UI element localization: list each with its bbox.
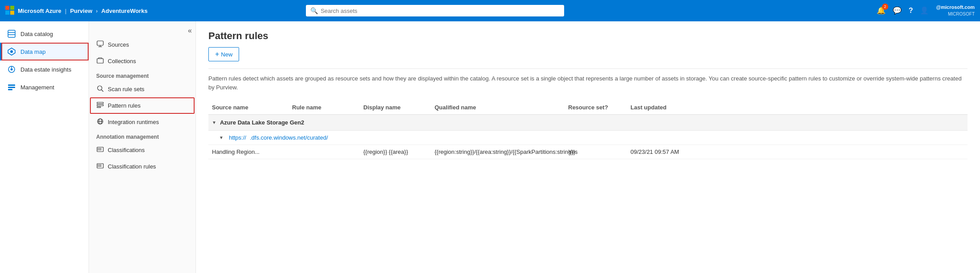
brand-text: Microsoft Azure xyxy=(18,8,61,14)
cell-display-name: {{region}} {{area}} xyxy=(360,149,431,155)
nav-label-classifications: Classifications xyxy=(108,147,145,153)
nav-item-integration-runtimes[interactable]: Integration runtimes xyxy=(89,114,195,130)
sidebar-item-data-map[interactable]: Data map xyxy=(0,43,89,60)
source-management-header: Source management xyxy=(89,69,195,81)
svg-point-10 xyxy=(11,68,13,71)
search-input[interactable] xyxy=(321,8,560,14)
nav-label-collections: Collections xyxy=(108,58,136,64)
svg-rect-27 xyxy=(97,147,103,152)
breadcrumb-chevron: › xyxy=(96,8,98,14)
collapse-btn[interactable]: « xyxy=(89,25,195,36)
sidebar-item-data-estate[interactable]: Data estate insights xyxy=(0,60,89,78)
nav-label-pattern-rules: Pattern rules xyxy=(108,102,141,109)
description-text: Pattern rules detect which assets are gr… xyxy=(208,68,968,92)
svg-rect-2 xyxy=(5,11,9,15)
pattern-rules-icon xyxy=(96,101,104,110)
page-title: Pattern rules xyxy=(208,30,968,42)
search-icon: 🔍 xyxy=(310,7,318,14)
nav-item-collections[interactable]: Collections xyxy=(89,53,195,69)
nav-label-sources: Sources xyxy=(108,41,129,48)
group-chevron-icon[interactable]: ▼ xyxy=(212,120,216,125)
content-area: Pattern rules + New Pattern rules detect… xyxy=(196,21,980,273)
topbar: Microsoft Azure | Purview › AdventureWor… xyxy=(0,0,980,21)
new-icon: + xyxy=(215,50,219,58)
svg-point-30 xyxy=(98,148,99,149)
data-catalog-icon xyxy=(7,29,16,38)
sidebar-item-data-catalog[interactable]: Data catalog xyxy=(0,25,89,43)
svg-rect-14 xyxy=(8,89,12,90)
nav-label-classification-rules: Classification rules xyxy=(108,163,156,170)
col-rule-name: Rule name xyxy=(289,104,360,111)
cell-rule-name xyxy=(289,149,360,155)
sidebar-item-management[interactable]: Management xyxy=(0,78,89,96)
directory-icon[interactable]: 👤 xyxy=(920,6,929,15)
feedback-icon[interactable]: 💬 xyxy=(893,6,902,15)
svg-rect-3 xyxy=(10,11,14,15)
search-box[interactable]: 🔍 xyxy=(306,5,564,16)
svg-rect-22 xyxy=(97,104,103,106)
svg-line-20 xyxy=(102,90,103,92)
nav-item-classification-rules[interactable]: Classification rules xyxy=(89,158,195,175)
product-name: Purview xyxy=(70,8,92,14)
nav-label-integration-runtimes: Integration runtimes xyxy=(108,119,159,125)
brand-logo xyxy=(5,6,14,16)
sub-group-qualified-link[interactable]: .dfs.core.windows.net/curated/ xyxy=(250,134,328,141)
svg-rect-12 xyxy=(8,84,15,86)
integration-runtimes-icon xyxy=(96,118,104,126)
classification-rules-icon xyxy=(96,162,104,171)
svg-point-8 xyxy=(10,50,13,53)
management-icon xyxy=(7,83,16,92)
nav-item-sources[interactable]: Sources xyxy=(89,36,195,53)
svg-rect-13 xyxy=(8,87,15,88)
sub-group-link[interactable]: https:// xyxy=(229,134,246,141)
svg-rect-1 xyxy=(10,6,14,10)
svg-point-19 xyxy=(98,86,102,90)
new-button[interactable]: + New xyxy=(208,47,239,61)
scan-rule-sets-icon xyxy=(96,85,104,93)
nav-item-classifications[interactable]: Classifications xyxy=(89,142,195,158)
svg-rect-23 xyxy=(97,107,101,108)
data-map-icon xyxy=(7,47,16,56)
main-layout: Data catalog Data map Data estate i xyxy=(0,21,980,273)
table-header: Source name Rule name Display name Quali… xyxy=(208,100,968,115)
col-last-updated: Last updated xyxy=(627,104,698,111)
svg-rect-15 xyxy=(97,41,103,45)
sidebar-label-management: Management xyxy=(20,84,54,91)
workspace-name: AdventureWorks xyxy=(102,8,148,14)
nav-label-scan-rule-sets: Scan rule sets xyxy=(108,86,144,92)
svg-rect-18 xyxy=(97,59,103,63)
nav-item-pattern-rules[interactable]: Pattern rules xyxy=(89,97,195,114)
sidebar-label-data-catalog: Data catalog xyxy=(20,31,53,37)
notifications-icon[interactable]: 🔔 2 xyxy=(877,6,886,15)
brand-section: Microsoft Azure | Purview › AdventureWor… xyxy=(5,6,147,16)
user-org: MICROSOFT xyxy=(936,11,975,17)
topbar-icons: 🔔 2 💬 ? 👤 @microsoft.com MICROSOFT xyxy=(877,4,975,17)
help-icon[interactable]: ? xyxy=(909,7,913,15)
sources-icon xyxy=(96,40,104,49)
data-estate-icon xyxy=(7,65,16,74)
sidebar-label-data-map: Data map xyxy=(20,48,45,55)
col-display-name: Display name xyxy=(360,104,431,111)
notification-badge: 2 xyxy=(882,4,888,10)
svg-point-36 xyxy=(98,166,99,167)
col-resource-set: Resource set? xyxy=(565,104,627,111)
svg-point-31 xyxy=(98,149,99,150)
cell-source-name: Handling Region... xyxy=(208,149,289,155)
cell-last-updated: 09/23/21 09:57 AM xyxy=(627,149,698,155)
table-row: Handling Region... {{region}} {{area}} {… xyxy=(208,145,968,159)
user-info: @microsoft.com MICROSOFT xyxy=(936,4,975,17)
svg-point-35 xyxy=(98,165,99,165)
sub-group-chevron-icon[interactable]: ▼ xyxy=(219,135,224,140)
table-group-row: ▼ Azure Data Lake Storage Gen2 xyxy=(208,115,968,131)
brand-divider: | xyxy=(65,8,67,14)
cell-resource-set: Yes xyxy=(565,149,627,155)
left-nav: Data catalog Data map Data estate i xyxy=(0,21,89,273)
col-qualified-name: Qualified name xyxy=(431,104,565,111)
annotation-header: Annotation management xyxy=(89,130,195,142)
sidebar-label-data-estate: Data estate insights xyxy=(20,66,71,73)
svg-rect-4 xyxy=(8,30,15,37)
svg-rect-0 xyxy=(5,6,9,10)
nav-item-scan-rule-sets[interactable]: Scan rule sets xyxy=(89,81,195,97)
col-source-name: Source name xyxy=(208,104,289,111)
table-sub-group-row: ▼ https:// .dfs.core.windows.net/curated… xyxy=(208,131,968,145)
